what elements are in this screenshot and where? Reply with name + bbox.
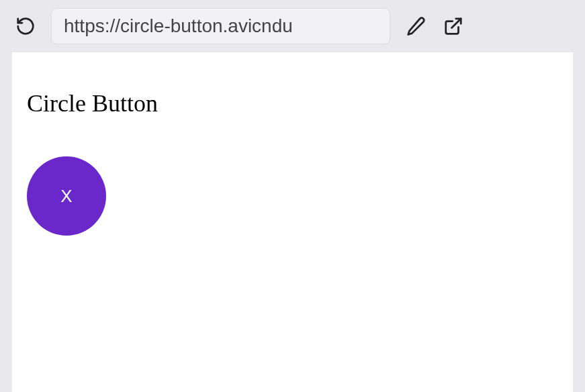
browser-toolbar: https://circle-button.avicndu [0, 0, 585, 52]
page-title: Circle Button [27, 89, 558, 117]
open-external-icon[interactable] [441, 14, 465, 38]
page-content: Circle Button X [12, 52, 573, 392]
reload-icon[interactable] [13, 14, 38, 38]
url-input[interactable]: https://circle-button.avicndu [51, 8, 390, 44]
circle-button[interactable]: X [27, 156, 106, 236]
edit-icon[interactable] [404, 14, 428, 38]
svg-line-0 [452, 19, 461, 28]
